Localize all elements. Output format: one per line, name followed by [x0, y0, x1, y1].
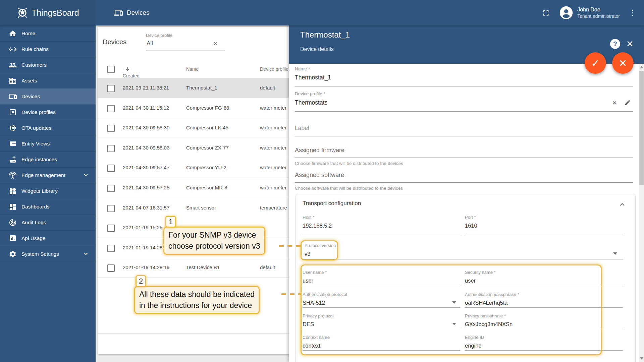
sidebar-item-edge-instances[interactable]: Edge instances — [0, 152, 96, 168]
privacy-passphrase-value[interactable]: GXxJbcg3m4NXSn — [465, 321, 513, 327]
clear-profile-icon[interactable]: ✕ — [612, 100, 617, 107]
sidebar-item-entity-views[interactable]: Entity Views — [0, 136, 96, 152]
select-all-checkbox[interactable] — [107, 66, 115, 73]
thingsboard-app: ThingsBoard Devices John Doe Tenant admi… — [0, 0, 644, 362]
sidebar-item-label: OTA updates — [21, 125, 51, 131]
row-checkbox[interactable] — [107, 125, 115, 132]
protocol-version-dropdown-icon[interactable] — [613, 252, 617, 255]
sidebar-item-widgets-library[interactable]: Widgets Library — [0, 183, 96, 199]
cell-created: 2021-04-30 09:58:03 — [123, 138, 169, 158]
chevron-down-icon — [82, 250, 90, 257]
sidebar-item-device-profiles[interactable]: Device profiles — [0, 104, 96, 120]
auth-passphrase-value[interactable]: oaRSH4Lerhq5ta — [465, 300, 508, 306]
logo[interactable]: ThingsBoard — [0, 0, 96, 25]
column-created-time[interactable]: Created time — [123, 66, 130, 72]
sidebar-item-audit-logs[interactable]: Audit Logs — [0, 215, 96, 231]
device-profile-field-value[interactable]: Thermostats — [295, 99, 327, 106]
context-name-value[interactable]: context — [303, 343, 320, 349]
sidebar-item-home[interactable]: Home — [0, 25, 96, 42]
device-profile-filter-value[interactable]: All — [147, 40, 153, 47]
sidebar-item-label: Rule chains — [21, 46, 49, 52]
user-name-value[interactable]: user — [303, 278, 313, 284]
row-checkbox[interactable] — [107, 185, 115, 192]
edge-instances-icon — [9, 156, 17, 164]
sidebar-item-dashboards[interactable]: Dashboards — [0, 199, 96, 215]
label-field-placeholder[interactable]: Label — [295, 125, 309, 132]
row-checkbox[interactable] — [107, 264, 115, 272]
filter-clear-icon[interactable]: ✕ — [213, 40, 218, 47]
security-name-underline — [465, 286, 623, 286]
more-menu-icon[interactable]: ⋮ — [629, 11, 637, 14]
logo-text: ThingsBoard — [32, 8, 79, 18]
system-settings-icon — [9, 250, 17, 258]
sidebar-item-customers[interactable]: Customers — [0, 57, 96, 73]
row-checkbox[interactable] — [107, 85, 115, 92]
user-info[interactable]: John Doe Tenant administrator — [577, 6, 620, 19]
cell-profile: water meter — [260, 118, 286, 138]
row-checkbox[interactable] — [107, 205, 115, 212]
name-field-value[interactable]: Thermostat_1 — [295, 74, 331, 81]
avatar[interactable] — [559, 6, 573, 20]
help-icon[interactable]: ? — [610, 39, 620, 49]
edit-profile-icon[interactable] — [624, 99, 631, 106]
rule-chains-icon — [9, 45, 17, 53]
device-profiles-icon — [9, 108, 17, 116]
device-details-drawer: Thermostat_1 Device details ? ✕ ✓ ✕ Name… — [289, 25, 644, 362]
auth-protocol-dropdown-icon[interactable] — [452, 301, 456, 304]
drawer-scrollbar[interactable] — [639, 64, 644, 362]
cell-created: 2021-04-30 11:15:12 — [123, 98, 169, 118]
privacy-protocol-value[interactable]: DES — [303, 321, 314, 327]
scrollbar-up-icon[interactable] — [640, 66, 643, 68]
sidebar-item-edge-management[interactable]: Edge management — [0, 167, 96, 183]
page-title: Devices — [127, 9, 150, 16]
row-checkbox[interactable] — [107, 245, 115, 252]
sidebar-item-ota-updates[interactable]: OTA updates — [0, 120, 96, 136]
name-field-underline — [295, 86, 633, 86]
sidebar-item-api-usage[interactable]: Api Usage — [0, 230, 96, 246]
fullscreen-icon[interactable] — [541, 8, 550, 17]
row-checkbox[interactable] — [107, 105, 115, 112]
sidebar-item-label: Assets — [21, 78, 37, 84]
column-name[interactable]: Name — [186, 66, 199, 72]
row-checkbox[interactable] — [107, 145, 115, 152]
auth-protocol-value[interactable]: SHA-512 — [303, 300, 325, 306]
collapse-section-icon[interactable] — [618, 200, 627, 209]
auth-protocol-label: Authentication protocol — [303, 292, 347, 297]
row-checkbox[interactable] — [107, 225, 115, 232]
cell-name: Compressor MR-8 — [186, 178, 227, 198]
scrollbar-down-icon[interactable] — [640, 357, 643, 360]
security-name-value[interactable]: user — [465, 278, 476, 284]
row-checkbox[interactable] — [107, 165, 115, 172]
cell-name: Compressor ZX-77 — [186, 138, 229, 158]
cell-created: 2021-01-19 14:28:19 — [123, 257, 169, 278]
host-label: Host * — [303, 215, 314, 220]
privacy-protocol-dropdown-icon[interactable] — [452, 323, 456, 325]
callout-1-line2: choose protocol version v3 — [168, 241, 260, 252]
cell-profile: water meter — [260, 158, 286, 178]
column-device-profile[interactable]: Device profile — [260, 66, 288, 72]
protocol-version-value[interactable]: v3 — [305, 251, 310, 257]
assigned-firmware-hint: Choose firmware that will be distributed… — [295, 161, 403, 166]
port-value[interactable]: 1610 — [465, 223, 477, 229]
assigned-software-divider — [295, 182, 633, 183]
protocol-version-underline — [303, 259, 623, 259]
table-title: Devices — [103, 38, 126, 46]
user-role: Tenant administrator — [577, 13, 620, 19]
sidebar-item-system-settings[interactable]: System Settings — [0, 246, 96, 262]
sidebar-item-devices[interactable]: Devices — [0, 88, 96, 105]
sidebar-item-label: Home — [21, 31, 35, 37]
device-profile-field-label: Device profile * — [295, 91, 325, 96]
sidebar-item-rule-chains[interactable]: Rule chains — [0, 41, 96, 57]
ota-updates-icon — [9, 124, 17, 132]
api-usage-icon — [9, 234, 17, 242]
sidebar-item-assets[interactable]: Assets — [0, 73, 96, 89]
callout-2-line1: All these data should be indicated — [139, 289, 255, 300]
discard-changes-fab[interactable]: ✕ — [612, 52, 634, 74]
privacy-passphrase-label: Privacy passphrase * — [465, 313, 506, 318]
engine-id-value[interactable]: engine — [465, 343, 482, 349]
close-drawer-icon[interactable]: ✕ — [626, 39, 634, 49]
scrollbar-thumb[interactable] — [639, 71, 644, 185]
device-profile-underline — [295, 111, 633, 112]
apply-changes-fab[interactable]: ✓ — [585, 52, 606, 74]
host-value[interactable]: 192.168.5.2 — [303, 223, 332, 229]
